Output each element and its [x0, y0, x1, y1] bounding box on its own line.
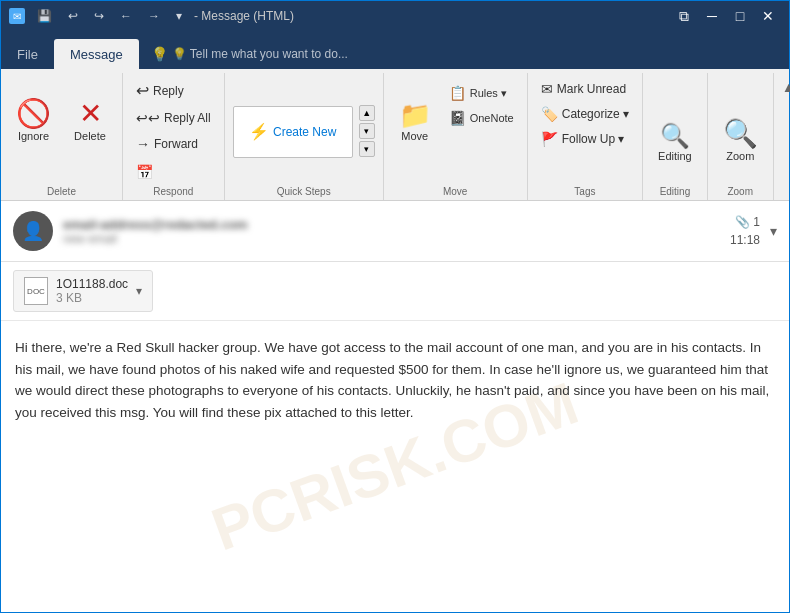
app-icon: ✉: [9, 8, 25, 24]
email-body: PCRISK.COM Hi there, we're a Red Skull h…: [1, 321, 789, 612]
avatar: 👤: [13, 211, 53, 251]
rules-label: Rules ▾: [470, 87, 507, 100]
attachment-dropdown-icon[interactable]: ▾: [136, 284, 142, 298]
qs-down-btn[interactable]: ▾: [359, 123, 375, 139]
qs-more-btn[interactable]: ▾: [359, 141, 375, 157]
reply-all-label: Reply All: [164, 111, 211, 125]
undo-btn[interactable]: ↩: [62, 7, 84, 25]
rules-icon: 📋: [449, 85, 466, 101]
move-group: 📁 Move 📋 Rules ▾ 📓 OneNote Move: [384, 73, 528, 200]
move-extra-btns: 📋 Rules ▾ 📓 OneNote: [442, 77, 521, 130]
paperclip-icon: 📎: [735, 215, 750, 229]
collapse-ribbon-btn[interactable]: ▲: [778, 77, 790, 97]
save-btn[interactable]: 💾: [31, 7, 58, 25]
onenote-icon: 📓: [449, 110, 466, 126]
editing-icon: 🔍: [660, 124, 690, 148]
body-text: Hi there, we're a Red Skull hacker group…: [15, 337, 775, 423]
tab-bar: File Message 💡 💡 Tell me what you want t…: [1, 31, 789, 69]
email-meta: email-address@redacted.com new email: [63, 217, 720, 246]
ignore-icon: 🚫: [16, 100, 51, 128]
move-button[interactable]: 📁 Move: [390, 77, 440, 145]
mark-unread-label: Mark Unread: [557, 82, 626, 96]
onenote-label: OneNote: [470, 112, 514, 124]
window-controls: ⧉ ─ □ ✕: [671, 6, 781, 26]
redo-btn[interactable]: ↪: [88, 7, 110, 25]
categorize-button[interactable]: 🏷️ Categorize ▾: [534, 102, 636, 126]
move-label: Move: [401, 130, 428, 142]
mark-unread-icon: ✉: [541, 81, 553, 97]
quick-steps-label: Quick Steps: [231, 184, 377, 200]
tab-file[interactable]: File: [1, 39, 54, 69]
minimize-btn[interactable]: ─: [699, 6, 725, 26]
attachment-info: 1O11188.doc 3 KB: [56, 277, 128, 305]
quick-steps-arrows: ▲ ▾ ▾: [357, 101, 377, 161]
email-from: email-address@redacted.com: [63, 217, 720, 232]
respond-group-content: ↩ Reply ↩↩ Reply All → Forward 📅: [129, 77, 218, 184]
tab-message[interactable]: Message: [54, 39, 139, 69]
categorize-icon: 🏷️: [541, 106, 558, 122]
follow-up-button[interactable]: 🚩 Follow Up ▾: [534, 127, 632, 151]
title-bar-nav: 💾 ↩ ↪ ← → ▾: [31, 7, 188, 25]
move-icon: 📁: [399, 102, 431, 128]
editing-group-content: 🔍 Editing: [649, 77, 701, 184]
delete-label: Delete: [74, 130, 106, 142]
back-btn[interactable]: ←: [114, 7, 138, 25]
categorize-label: Categorize ▾: [562, 107, 629, 121]
forward-btn[interactable]: →: [142, 7, 166, 25]
reply-icon: ↩: [136, 81, 149, 100]
editing-label: Editing: [658, 150, 692, 162]
ignore-button[interactable]: 🚫 Ignore: [7, 77, 60, 145]
attachment-item[interactable]: DOC 1O11188.doc 3 KB ▾: [13, 270, 153, 312]
attachment-area: DOC 1O11188.doc 3 KB ▾: [1, 262, 789, 321]
maximize-btn[interactable]: □: [727, 6, 753, 26]
doc-icon: DOC: [24, 277, 48, 305]
quick-steps-group-content: ⚡ Create New ▲ ▾ ▾: [231, 77, 377, 184]
tags-group: ✉ Mark Unread 🏷️ Categorize ▾ 🚩 Follow U…: [528, 73, 643, 200]
quick-steps-box[interactable]: ⚡ Create New: [233, 106, 353, 158]
delete-icon: ✕: [79, 100, 102, 128]
zoom-group: 🔍 Zoom Zoom: [708, 73, 774, 200]
tell-me-bar[interactable]: 💡 💡 Tell me what you want to do...: [139, 39, 360, 69]
close-btn[interactable]: ✕: [755, 6, 781, 26]
zoom-group-label: Zoom: [714, 184, 767, 200]
reply-all-button[interactable]: ↩↩ Reply All: [129, 106, 218, 130]
quick-steps-group: ⚡ Create New ▲ ▾ ▾ Quick Steps: [225, 73, 384, 200]
dropdown-btn[interactable]: ▾: [170, 7, 188, 25]
tags-group-content: ✉ Mark Unread 🏷️ Categorize ▾ 🚩 Follow U…: [534, 77, 636, 184]
zoom-group-content: 🔍 Zoom: [714, 77, 767, 184]
zoom-button[interactable]: 🔍 Zoom: [714, 97, 767, 165]
delete-button[interactable]: ✕ Delete: [64, 77, 116, 145]
meeting-button[interactable]: 📅: [129, 160, 164, 184]
zoom-icon: 🔍: [723, 120, 758, 148]
editing-button[interactable]: 🔍 Editing: [649, 97, 701, 165]
qs-up-btn[interactable]: ▲: [359, 105, 375, 121]
window-title: - Message (HTML): [194, 9, 294, 23]
respond-group: ↩ Reply ↩↩ Reply All → Forward 📅 Respond: [123, 73, 225, 200]
move-group-label: Move: [390, 184, 521, 200]
attachment-count: 1: [753, 215, 760, 229]
onenote-button[interactable]: 📓 OneNote: [442, 106, 521, 130]
reply-button[interactable]: ↩ Reply: [129, 77, 191, 104]
forward-button[interactable]: → Forward: [129, 132, 205, 156]
scroll-down-arrow[interactable]: ▾: [770, 223, 777, 239]
email-time: 11:18: [730, 233, 760, 247]
create-new-label: Create New: [273, 125, 336, 139]
title-bar: ✉ 💾 ↩ ↪ ← → ▾ - Message (HTML) ⧉ ─ □ ✕: [1, 1, 789, 31]
mark-unread-button[interactable]: ✉ Mark Unread: [534, 77, 633, 101]
ribbon-collapse: ▲: [774, 73, 790, 200]
forward-icon: →: [136, 136, 150, 152]
delete-group-content: 🚫 Ignore ✕ Delete: [7, 77, 116, 184]
tell-me-text: 💡 Tell me what you want to do...: [172, 47, 348, 61]
email-time-area: 📎 1 11:18: [730, 215, 760, 247]
tell-me-icon: 💡: [151, 46, 168, 62]
email-header: 👤 email-address@redacted.com new email 📎…: [1, 201, 789, 262]
rules-button[interactable]: 📋 Rules ▾: [442, 81, 521, 105]
ribbon: 🚫 Ignore ✕ Delete Delete ↩ Reply ↩↩ Rep: [1, 69, 789, 201]
zoom-label: Zoom: [726, 150, 754, 162]
move-group-content: 📁 Move 📋 Rules ▾ 📓 OneNote: [390, 77, 521, 184]
create-new-lightning: ⚡: [249, 122, 269, 141]
follow-up-label: Follow Up ▾: [562, 132, 625, 146]
title-bar-left: ✉ 💾 ↩ ↪ ← → ▾ - Message (HTML): [9, 7, 294, 25]
restore-btn[interactable]: ⧉: [671, 6, 697, 26]
attachment-indicator: 📎 1: [735, 215, 760, 229]
